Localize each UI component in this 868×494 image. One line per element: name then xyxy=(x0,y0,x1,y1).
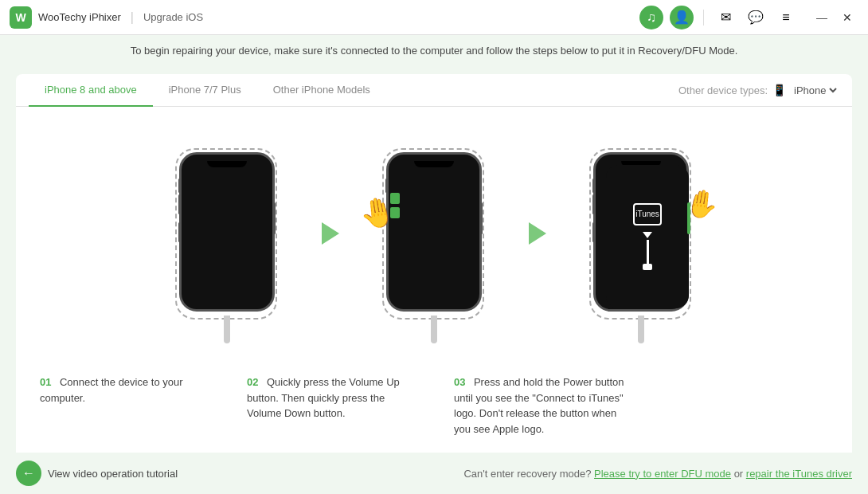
step1-phone-body xyxy=(179,152,275,312)
arrow2 xyxy=(522,222,553,245)
steps-container: 🤚 xyxy=(16,107,852,453)
step3-itunes-screen: iTunes xyxy=(606,165,689,308)
itunes-link[interactable]: repair the iTunes driver xyxy=(746,468,852,480)
music-icon-btn[interactable]: ♫ xyxy=(639,6,663,29)
titlebar: W WooTechy iPhixer | Upgrade iOS ♫ 👤 ✉ 💬… xyxy=(0,0,868,35)
bottom-bar: ← View video operation tutorial Can't en… xyxy=(0,453,868,494)
video-tutorial-link[interactable]: ← View video operation tutorial xyxy=(16,461,178,486)
step3-vol-up-btn xyxy=(592,194,595,214)
dfu-link[interactable]: Please try to enter DFU mode xyxy=(594,468,731,480)
step1-cable xyxy=(224,316,230,343)
step2-phone-body xyxy=(386,152,482,312)
window-controls: — ✕ xyxy=(811,6,858,29)
step1-notch xyxy=(207,161,247,167)
step2-text: Quickly press the Volume Up button. Then… xyxy=(247,376,400,419)
step3-phone: iTunes 🤚 xyxy=(553,148,729,343)
step3-text: Press and hold the Power button until yo… xyxy=(454,376,624,435)
step2-hand: 🤚 xyxy=(358,193,399,232)
info-message: To begin repairing your device, make sur… xyxy=(131,45,738,57)
device-type-select[interactable]: iPhone iPad iPod xyxy=(791,84,839,97)
step3-cable-plug xyxy=(643,264,652,270)
menu-icon-btn[interactable]: ≡ xyxy=(774,6,798,29)
upgrade-link[interactable]: Upgrade iOS xyxy=(143,11,203,23)
step2-desc: 02 Quickly press the Volume Up button. T… xyxy=(247,374,422,421)
close-btn[interactable]: ✕ xyxy=(836,6,858,29)
step1-text: Connect the device to your computer. xyxy=(40,376,183,404)
minimize-btn[interactable]: — xyxy=(811,6,833,29)
titlebar-left: W WooTechy iPhixer | Upgrade iOS xyxy=(10,6,203,29)
step3-cable xyxy=(638,316,644,343)
steps-visual: 🤚 xyxy=(40,123,828,368)
step1-vol-up-btn xyxy=(178,194,181,214)
step3-itunes-cable xyxy=(643,232,652,270)
step2-notch xyxy=(414,161,454,167)
app-name: WooTechy iPhixer xyxy=(38,11,121,23)
step3-hand: 🤚 xyxy=(682,185,721,222)
device-types-label: Other device types: xyxy=(678,84,768,96)
tabs: iPhone 8 and above iPhone 7/7 Plus Other… xyxy=(16,74,852,107)
app-logo: W xyxy=(10,6,32,29)
tab-iphone7[interactable]: iPhone 7/7 Plus xyxy=(153,74,257,107)
step1-mute-btn xyxy=(178,178,181,193)
bottom-right: Can't enter recovery mode? Please try to… xyxy=(463,468,852,480)
titlebar-right: ♫ 👤 ✉ 💬 ≡ — ✕ xyxy=(639,6,858,29)
mail-icon-btn[interactable]: ✉ xyxy=(714,6,737,29)
step3-mute-btn xyxy=(592,178,595,193)
info-bar: To begin repairing your device, make sur… xyxy=(0,35,868,66)
step2-phone-outer: 🤚 xyxy=(382,148,486,323)
step1-power-btn xyxy=(273,202,276,234)
main-content: iPhone 8 and above iPhone 7/7 Plus Other… xyxy=(0,66,868,453)
tab-other-iphone[interactable]: Other iPhone Models xyxy=(257,74,386,107)
step2-cable xyxy=(431,316,437,343)
device-type-selector[interactable]: Other device types: 📱 iPhone iPad iPod xyxy=(678,84,839,97)
step3-cable-line xyxy=(647,240,649,264)
user-icon-btn[interactable]: 👤 xyxy=(670,6,694,29)
step3-desc: 03 Press and hold the Power button until… xyxy=(454,374,629,437)
step2-num: 02 xyxy=(247,376,258,388)
or-text: or xyxy=(734,468,744,480)
chat-icon-btn[interactable]: 💬 xyxy=(744,6,768,29)
step3-itunes-icon: iTunes xyxy=(633,203,662,225)
separator xyxy=(703,10,704,25)
phone-type-icon: 📱 xyxy=(772,84,786,96)
step1-phone-outer xyxy=(175,148,279,323)
step1-phone xyxy=(139,148,315,343)
recovery-question: Can't enter recovery mode? xyxy=(463,468,591,480)
step2-phone: 🤚 xyxy=(346,148,522,343)
step1-vol-down-btn xyxy=(178,222,181,242)
step3-phone-body: iTunes xyxy=(593,152,689,312)
back-icon: ← xyxy=(22,466,35,480)
video-link-text: View video operation tutorial xyxy=(48,468,178,480)
arrow1 xyxy=(315,222,346,245)
step3-arrow-down xyxy=(643,232,652,238)
step2-mute-btn xyxy=(385,178,388,193)
steps-desc: 01 Connect the device to your computer. … xyxy=(40,368,828,437)
back-circle: ← xyxy=(16,461,41,486)
step1-num: 01 xyxy=(40,376,51,388)
step1-desc: 01 Connect the device to your computer. xyxy=(40,374,215,406)
step3-num: 03 xyxy=(454,376,465,388)
step3-phone-outer: iTunes 🤚 xyxy=(589,148,693,323)
arrow2-shape xyxy=(529,222,546,245)
step2-power-btn xyxy=(480,202,483,234)
arrow1-shape xyxy=(322,222,339,245)
tab-iphone8[interactable]: iPhone 8 and above xyxy=(29,74,153,107)
step3-vol-down-btn xyxy=(592,222,595,242)
title-divider: | xyxy=(131,10,134,25)
